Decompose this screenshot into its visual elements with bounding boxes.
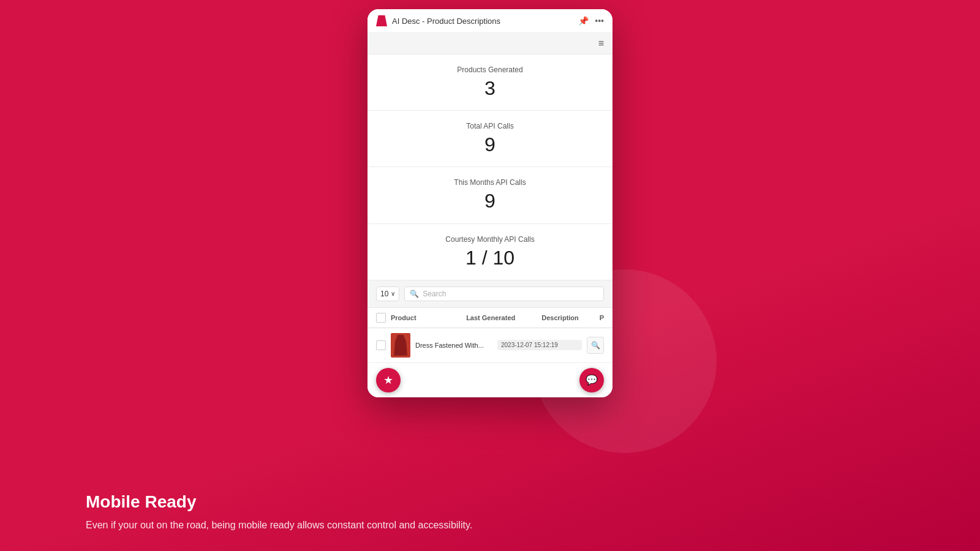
title-bar-right: 📌 ••• xyxy=(578,16,604,26)
toolbar-area: 10 ∨ 🔍 Search xyxy=(368,280,612,308)
th-p: P xyxy=(600,314,604,321)
pin-icon[interactable]: 📌 xyxy=(578,16,589,26)
stat-label-products: Products Generated xyxy=(380,66,600,74)
stat-this-months-calls: This Months API Calls 9 xyxy=(368,167,612,223)
chat-icon: 💬 xyxy=(586,374,598,386)
stat-value-total-api: 9 xyxy=(380,134,600,156)
search-box: 🔍 Search xyxy=(404,287,604,301)
hamburger-icon[interactable]: ≡ xyxy=(598,38,604,49)
table-row: Dress Fastened With... 2023-12-07 15:12:… xyxy=(368,328,612,363)
toolbar-inner: 10 ∨ 🔍 Search xyxy=(376,287,604,301)
product-image xyxy=(391,333,410,358)
th-last-generated: Last Generated xyxy=(466,314,537,321)
product-name: Dress Fastened With... xyxy=(415,342,492,349)
title-bar-left: AI Desc - Product Descriptions xyxy=(376,15,500,26)
last-generated-value: 2023-12-07 15:12:19 xyxy=(497,340,582,350)
table-header: Product Last Generated Description P xyxy=(368,308,612,328)
star-icon: ★ xyxy=(383,373,393,387)
stat-value-months-api: 9 xyxy=(380,190,600,212)
page-wrapper: AI Desc - Product Descriptions 📌 ••• ≡ P… xyxy=(0,0,980,551)
per-page-select[interactable]: 10 ∨ xyxy=(376,287,399,301)
stats-area: Products Generated 3 Total API Calls 9 T… xyxy=(368,54,612,280)
th-description: Description xyxy=(541,314,594,321)
stat-products-generated: Products Generated 3 xyxy=(368,54,612,111)
header-checkbox[interactable] xyxy=(376,313,386,323)
fab-chat-button[interactable]: 💬 xyxy=(579,368,604,392)
bottom-section: Mobile Ready Even if your out on the roa… xyxy=(0,492,980,533)
stat-label-courtesy: Courtesy Monthly API Calls xyxy=(380,235,600,244)
app-logo-icon xyxy=(376,15,387,26)
menu-bar: ≡ xyxy=(368,33,612,54)
th-product: Product xyxy=(391,314,461,321)
app-title: AI Desc - Product Descriptions xyxy=(392,17,500,26)
dress-icon xyxy=(394,335,407,356)
stat-total-api-calls: Total API Calls 9 xyxy=(368,111,612,167)
phone-frame: AI Desc - Product Descriptions 📌 ••• ≡ P… xyxy=(368,9,612,397)
fab-spacer xyxy=(368,363,612,397)
stat-label-total-api: Total API Calls xyxy=(380,122,600,130)
title-bar: AI Desc - Product Descriptions 📌 ••• xyxy=(368,9,612,33)
stat-value-products: 3 xyxy=(380,78,600,99)
stat-label-months-api: This Months API Calls xyxy=(380,178,600,187)
search-icon: 🔍 xyxy=(410,290,419,298)
chevron-down-icon: ∨ xyxy=(391,290,395,297)
fab-star-button[interactable]: ★ xyxy=(376,368,401,392)
bottom-title: Mobile Ready xyxy=(86,492,894,512)
bottom-description: Even if your out on the road, being mobi… xyxy=(86,518,894,533)
stat-value-courtesy: 1 / 10 xyxy=(380,247,600,269)
table-body: Dress Fastened With... 2023-12-07 15:12:… xyxy=(368,328,612,397)
dots-menu-icon[interactable]: ••• xyxy=(595,16,604,26)
per-page-value: 10 xyxy=(380,290,388,298)
stat-courtesy-calls: Courtesy Monthly API Calls 1 / 10 xyxy=(368,224,612,280)
description-search-button[interactable]: 🔍 xyxy=(587,337,604,354)
row-checkbox[interactable] xyxy=(376,340,386,350)
search-input[interactable]: Search xyxy=(423,290,446,298)
